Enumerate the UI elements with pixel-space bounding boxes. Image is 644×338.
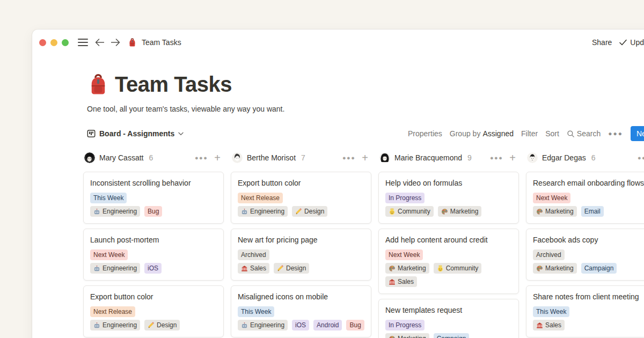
status-pill: This Week [533,306,569,317]
column-name: Mary Cassatt [99,153,143,162]
tag-pill: Design [144,320,180,330]
group-by-value: Assigned [482,129,514,138]
close-window-icon[interactable] [39,39,46,46]
bank-emoji-icon [536,322,543,329]
task-title: Export button color [238,178,364,188]
tag-pill: Engineering [90,320,140,330]
task-card[interactable]: Launch post-mortemNext WeekEngineeringiO… [83,229,224,281]
check-icon [619,39,627,46]
column-name: Edgar Degas [542,153,586,162]
pencil-emoji-icon [295,208,302,215]
palette-emoji-icon [389,265,396,272]
view-name: Board - Assignments [99,129,174,138]
bank-emoji-icon [389,278,396,285]
task-card[interactable]: New art for pricing pageArchivedSalesDes… [231,229,371,281]
robot-emoji-icon [93,208,100,215]
board-column: Marie Bracquemond9●●●+Help video on form… [378,152,519,338]
minimize-window-icon[interactable] [50,39,57,46]
task-title: Launch post-mortem [90,234,217,245]
page-title[interactable]: Team Tasks [115,72,232,97]
status-pill: Archived [533,249,565,260]
task-card[interactable]: Export button colorNext ReleaseEngineeri… [83,285,224,337]
tag-pill: Engineering [238,206,288,217]
task-card[interactable]: New templates requestIn ProgressMarketin… [378,299,519,338]
filter-button[interactable]: Filter [521,129,538,138]
tag-pill: Marketing [385,263,429,274]
task-card[interactable]: Help video on formulasIn ProgressCommuni… [378,172,519,224]
status-pill: This Week [238,306,274,317]
task-title: Misaligned icons on mobile [238,291,364,302]
board-column: Mary Cassatt6●●●+Inconsistent scrolling … [83,152,224,338]
status-pill: Next Week [385,249,423,260]
task-card[interactable]: Export button colorNext ReleaseEngineeri… [231,172,371,224]
tag-pill: Bug [144,206,162,217]
sort-button[interactable]: Sort [545,129,559,138]
tag-pill: Sales [238,263,269,274]
board-column: Edgar Degas6●●●+Research email onboardin… [526,152,644,338]
avatar [379,152,390,163]
column-count: 9 [467,153,472,162]
tag-pill: iOS [292,320,309,330]
column-add-icon[interactable]: + [214,153,221,163]
column-header: Edgar Degas6●●●+ [526,152,644,164]
bank-emoji-icon [241,265,248,272]
halo-emoji-icon [437,265,444,272]
properties-button[interactable]: Properties [408,129,442,138]
tag-pill: Community [385,206,434,217]
view-switcher[interactable]: Board - Assignments [87,129,184,138]
traffic-lights [39,39,69,46]
task-card[interactable]: Facebook ads copyArchivedMarketingCampai… [526,229,644,281]
backpack-emoji-icon [128,38,137,47]
column-more-icon[interactable]: ●●● [342,155,355,161]
task-card[interactable]: Misaligned icons on mobileThis WeekEngin… [231,285,371,337]
group-by-button[interactable]: Group by Assigned [450,129,514,138]
palette-emoji-icon [536,265,543,272]
task-title: New art for pricing page [238,234,364,245]
column-name: Berthe Morisot [247,153,296,162]
task-card[interactable]: Inconsistent scrolling behaviorThis Week… [83,172,224,224]
page-subtitle[interactable]: One tool, all your team's tasks, viewabl… [87,105,284,113]
avatar [232,152,243,163]
updates-button[interactable]: Updates [619,38,644,47]
task-title: Inconsistent scrolling behavior [90,178,217,188]
column-header: Berthe Morisot7●●●+ [231,152,371,164]
tag-pill: Marketing [533,206,577,217]
task-card[interactable]: Research email onboarding flowsNext Week… [526,172,644,224]
status-pill: Archived [238,249,269,260]
tag-pill: Community [434,263,482,274]
tag-pill: Marketing [533,263,577,274]
halo-emoji-icon [389,208,396,215]
board-view-icon [87,129,96,138]
column-more-icon[interactable]: ●●● [490,155,503,161]
task-title: Share notes from client meeting [533,291,644,302]
tag-pill: Design [292,206,327,217]
column-count: 6 [149,153,153,162]
column-more-icon[interactable]: ●●● [638,155,644,161]
menu-icon[interactable] [78,39,88,46]
tag-pill: Marketing [438,206,482,217]
share-button[interactable]: Share [592,38,612,47]
column-add-icon[interactable]: + [362,153,368,163]
palette-emoji-icon [536,208,543,215]
search-button[interactable]: Search [567,129,601,138]
column-more-icon[interactable]: ●●● [195,155,208,161]
maximize-window-icon[interactable] [62,39,69,46]
forward-arrow-icon[interactable] [111,39,120,46]
pencil-emoji-icon [277,265,284,272]
chevron-down-icon [178,132,184,136]
tag-pill: Design [274,263,309,274]
column-header: Marie Bracquemond9●●●+ [378,152,519,164]
task-card[interactable]: Add help content around creditNext WeekM… [378,229,519,294]
board: Mary Cassatt6●●●+Inconsistent scrolling … [83,152,644,338]
window-header: Team Tasks Share Updates [32,30,644,55]
more-options-icon[interactable]: ●●● [608,130,623,137]
status-pill: This Week [90,193,127,203]
tag-pill: Bug [346,320,364,330]
robot-emoji-icon [93,322,100,329]
palette-emoji-icon [389,335,396,338]
task-card[interactable]: Share notes from client meetingThis Week… [526,285,644,337]
status-pill: Next Release [238,193,283,203]
column-add-icon[interactable]: + [509,153,516,163]
back-arrow-icon[interactable] [95,39,104,46]
new-button[interactable]: New [631,126,644,141]
